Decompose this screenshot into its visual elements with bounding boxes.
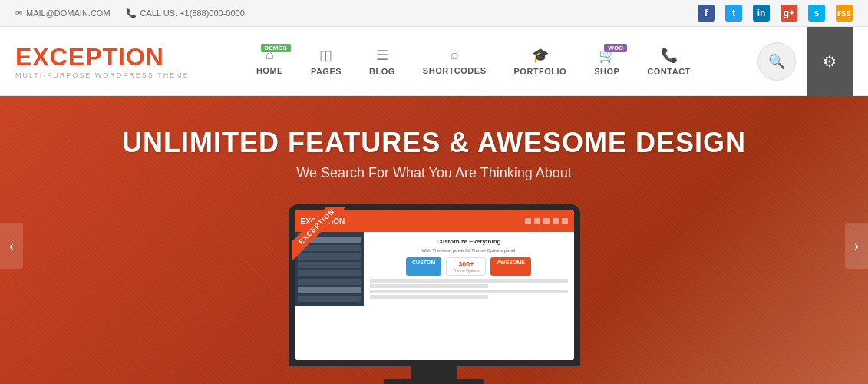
main-nav: ⌂ HOME DEMOS ◫ PAGES ☰ BLOG ⌕ SHORTCODES… (243, 27, 705, 96)
logo: EXCEPTION (15, 43, 190, 71)
top-bar: ✉ MAIL@DOMAIN.COM 📞 CALL US: +1(888)000-… (0, 0, 868, 27)
demos-badge: DEMOS (261, 44, 291, 52)
stand-neck (411, 366, 457, 379)
right-chevron-icon: › (854, 238, 859, 254)
screen-dot-3 (543, 218, 550, 224)
monitor-mockup: EXCEPTION EXCEPTION (289, 204, 580, 384)
search-icon: 🔍 (768, 53, 785, 70)
content-row-3 (370, 290, 568, 293)
top-bar-left: ✉ MAIL@DOMAIN.COM 📞 CALL US: +1(888)000-… (15, 8, 245, 18)
social-links: f t in g+ s rss (698, 5, 853, 22)
nav-shortcodes[interactable]: ⌕ SHORTCODES (409, 27, 500, 96)
prev-arrow[interactable]: ‹ (0, 223, 23, 269)
googleplus-icon[interactable]: g+ (781, 5, 797, 22)
contact-icon: 📞 (661, 47, 678, 64)
nav-shop[interactable]: 🛒 SHOP WOO (580, 27, 633, 96)
content-row-1 (370, 279, 568, 283)
facebook-icon[interactable]: f (698, 5, 715, 22)
phone-info: 📞 CALL US: +1(888)000-0000 (126, 8, 245, 18)
settings-icon: ⚙ (823, 52, 837, 71)
awesome-badge: AWESOME (490, 257, 531, 276)
email-info: ✉ MAIL@DOMAIN.COM (15, 8, 111, 18)
screen-dot-4 (553, 218, 559, 224)
nav-home-label: HOME (256, 66, 283, 75)
hero-section: UNLIMITED FEATURES & AWESOME DESIGN We S… (0, 96, 868, 384)
screen-dot-5 (562, 218, 568, 224)
screen-dot-1 (525, 218, 531, 224)
sidebar-line-7 (298, 287, 361, 293)
hero-content: UNLIMITED FEATURES & AWESOME DESIGN We S… (122, 127, 746, 181)
content-row-2 (370, 284, 489, 288)
rss-icon[interactable]: rss (836, 5, 853, 22)
woo-badge: WOO (604, 44, 627, 52)
linkedin-icon[interactable]: in (753, 5, 770, 22)
header-right: 🔍 ⚙ (757, 27, 853, 96)
next-arrow[interactable]: › (845, 223, 868, 269)
nav-shortcodes-label: SHORTCODES (423, 66, 487, 75)
custom-badge: CUSTOM (406, 257, 441, 276)
nav-pages-label: PAGES (311, 67, 342, 76)
screen-main-content: Customize Everything With The most power… (364, 232, 574, 306)
settings-button[interactable]: ⚙ (807, 27, 853, 96)
screen-nav-dots (525, 218, 568, 224)
badge-count: 300+ (458, 260, 474, 268)
nav-home[interactable]: ⌂ HOME DEMOS (243, 27, 297, 96)
content-row-4 (370, 295, 489, 299)
header: EXCEPTION MULTI-PURPOSE WORDPRESS THEME … (0, 27, 868, 96)
stand-base (384, 379, 484, 384)
sidebar-line-8 (298, 296, 361, 302)
skype-icon[interactable]: s (808, 5, 825, 22)
nav-portfolio-label: PORTFOLIO (513, 67, 566, 76)
stats-badge: 300+ Theme Options (446, 257, 486, 276)
logo-subtitle: MULTI-PURPOSE WORDPRESS THEME (15, 71, 190, 79)
shortcodes-icon: ⌕ (451, 47, 459, 63)
pages-icon: ◫ (319, 47, 332, 64)
nav-blog[interactable]: ☰ BLOG (355, 27, 409, 96)
exception-ribbon: EXCEPTION (292, 207, 345, 261)
screen-main-title: Customize Everything (370, 238, 568, 245)
badge-label: Theme Options (453, 268, 479, 273)
monitor-stand (289, 366, 580, 384)
phone-number: CALL US: +1(888)000-0000 (140, 8, 245, 18)
sidebar-line-5 (298, 270, 361, 276)
sidebar-line-6 (298, 279, 361, 285)
nav-contact-label: CONTACT (647, 67, 690, 76)
nav-blog-label: BLOG (369, 67, 395, 76)
nav-contact[interactable]: 📞 CONTACT (633, 27, 704, 96)
monitor-frame: EXCEPTION EXCEPTION (289, 204, 580, 366)
portfolio-icon: 🎓 (532, 47, 549, 64)
logo-area: EXCEPTION MULTI-PURPOSE WORDPRESS THEME (15, 43, 190, 79)
hero-subtitle: We Search For What You Are Thinking Abou… (122, 165, 746, 181)
nav-pages[interactable]: ◫ PAGES (297, 27, 355, 96)
search-button[interactable]: 🔍 (757, 42, 796, 81)
ribbon-label: EXCEPTION (292, 207, 345, 260)
email-address: MAIL@DOMAIN.COM (26, 8, 111, 18)
screen-dot-2 (534, 218, 540, 224)
twitter-icon[interactable]: t (725, 5, 742, 22)
left-chevron-icon: ‹ (9, 238, 14, 254)
nav-portfolio[interactable]: 🎓 PORTFOLIO (500, 27, 580, 96)
email-icon: ✉ (15, 8, 22, 18)
nav-shop-label: SHOP (594, 67, 619, 76)
blog-icon: ☰ (376, 47, 388, 64)
hero-title: UNLIMITED FEATURES & AWESOME DESIGN (122, 127, 746, 159)
screen-main-subtitle: With The most powerful Theme Options pan… (370, 248, 568, 253)
phone-icon: 📞 (126, 8, 137, 18)
sidebar-line-4 (298, 262, 361, 268)
